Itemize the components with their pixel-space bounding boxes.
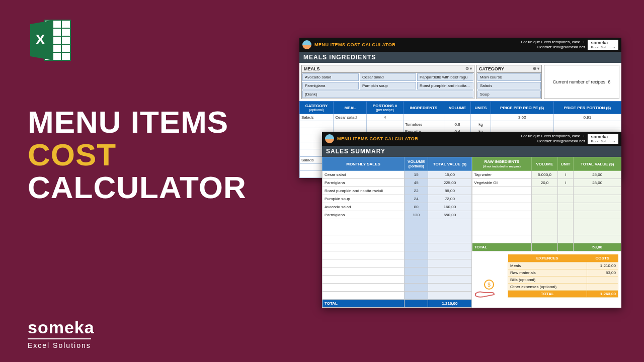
col-header: PRICE PER PORTION ($): [553, 102, 621, 114]
table-row: Meals1.210,00: [508, 262, 618, 269]
templates-link[interactable]: For unique Excel templates, click →: [521, 40, 585, 45]
headline: MENU ITEMS COST CALCULATOR: [28, 106, 247, 204]
col-header: UNITS: [471, 102, 491, 114]
headline-line2: COST: [28, 138, 247, 171]
table-row: Other expenses (optional): [508, 284, 618, 291]
table-row: [323, 235, 472, 243]
table-row: Cesar salad1515,00: [323, 171, 472, 179]
table-row: [472, 227, 621, 235]
headline-line3: CALCULATOR: [28, 171, 247, 204]
table-row: [323, 243, 472, 251]
meal-chip[interactable]: Avocado salad: [302, 73, 359, 81]
table-row: [472, 211, 621, 219]
table-row: Tomatoes0,8kg: [300, 121, 621, 128]
table-row: [323, 292, 472, 300]
table-row: Roast pumpkin and ricotta ravioli2288,00: [323, 187, 472, 195]
svg-text:X: X: [36, 32, 45, 47]
table-row: [323, 276, 472, 284]
expenses-panel: EXPENCESCOSTS Meals1.210,00Raw materials…: [508, 254, 618, 298]
category-filter[interactable]: CATEGORY⚙ ▾ Main courseSaladsSoup: [476, 65, 542, 99]
col-header: VOLUME: [532, 157, 558, 171]
col-header: RAW INGEDIENTS(if not included in recipe…: [472, 157, 532, 171]
table-row: [472, 235, 621, 243]
brand-sub: Excel Solutions: [28, 338, 91, 349]
app-icon: [302, 40, 311, 49]
templates-link[interactable]: For unique Excel templates, click →: [521, 134, 585, 139]
col-header: VOLUME: [444, 102, 470, 114]
window-sales-summary: MENU ITEMS COST CALCULATOR For unique Ex…: [322, 132, 621, 308]
total-row: TOTAL1.210,00: [323, 300, 472, 308]
recipe-count: Current number of recipes: 6: [544, 65, 619, 99]
table-row: Raw materials53,00: [508, 269, 618, 277]
table-row: Vegetable Oil20,0l28,00: [472, 179, 621, 187]
filter-icon[interactable]: ⚙ ▾: [533, 66, 539, 71]
table-row: Tap water5.000,0l25,00: [472, 171, 621, 179]
section-title: SALES SUMMARY: [322, 146, 621, 157]
bar-title: MENU ITEMS COST CALCULATOR: [314, 42, 395, 47]
brand-name: someka: [28, 318, 95, 337]
contact-text: Contact: info@someka.net: [521, 139, 585, 144]
title-bar: MENU ITEMS COST CALCULATOR For unique Ex…: [299, 38, 621, 52]
excel-icon: X: [25, 15, 75, 67]
filter-icon[interactable]: ⚙ ▾: [465, 66, 472, 71]
table-row: [472, 187, 621, 195]
col-header: MEAL: [334, 102, 367, 114]
table-row: Bills (optional): [508, 277, 618, 284]
category-chip[interactable]: Main course: [477, 73, 541, 81]
col-header: PORTIONS #(per recipe): [367, 102, 404, 114]
col-header: COSTS: [587, 254, 618, 262]
monthly-sales-table: MONTHLY SALESVOLUME(portions)TOTAL VALUE…: [322, 157, 472, 308]
section-title: MEALS INGREDIENTS: [299, 52, 621, 63]
col-header: EXPENCES: [508, 254, 587, 262]
col-header: MONTHLY SALES: [323, 157, 405, 171]
meal-chip[interactable]: Pumpkin soup: [360, 82, 416, 89]
table-row: [472, 203, 621, 211]
table-row: [323, 227, 472, 235]
table-row: Parmigiana130650,00: [323, 211, 472, 219]
table-row: [472, 219, 621, 227]
category-label: CATEGORY: [479, 66, 504, 71]
contact-text: Contact: info@someka.net: [521, 45, 585, 50]
col-header: TOTAL VALUE ($): [574, 157, 621, 171]
bar-right: For unique Excel templates, click → Cont…: [521, 134, 585, 143]
table-row: [323, 251, 472, 259]
total-row: TOTAL53,00: [472, 243, 621, 251]
total-row: TOTAL1.263,00: [508, 291, 618, 298]
table-row: [323, 259, 472, 267]
meal-chip[interactable]: Parmigiana: [302, 82, 359, 89]
raw-ingredients-table: RAW INGEDIENTS(if not included in recipe…: [472, 157, 622, 251]
table-row: [323, 267, 472, 276]
headline-line1: MENU ITEMS: [28, 106, 247, 138]
col-header: VOLUME(portions): [405, 157, 428, 171]
table-row: Parmigiana45225,00: [323, 179, 472, 187]
filter-row: MEALS⚙ ▾ Avocado saladCesar saladPappard…: [299, 63, 621, 101]
bar-right: For unique Excel templates, click → Cont…: [521, 40, 585, 49]
expenses-table: EXPENCESCOSTS Meals1.210,00Raw materials…: [508, 254, 618, 298]
col-header: PRICE PER RECIPE ($): [491, 102, 553, 114]
app-icon: [325, 134, 334, 143]
meal-chip[interactable]: (blank): [302, 90, 473, 98]
monthly-sales-panel: MONTHLY SALESVOLUME(portions)TOTAL VALUE…: [322, 157, 472, 308]
table-row: SaladsCesar salad43,620,91: [300, 114, 621, 121]
meal-chip[interactable]: Cesar salad: [360, 73, 416, 81]
table-row: [323, 219, 472, 227]
category-chip[interactable]: Soup: [477, 90, 541, 98]
col-header: UNIT: [558, 157, 574, 171]
col-header: TOTAL VALUE ($): [428, 157, 471, 171]
title-bar: MENU ITEMS COST CALCULATOR For unique Ex…: [322, 132, 621, 146]
someka-badge: somekaExcel Solutions: [588, 134, 618, 144]
col-header: CATEGORY(optional): [300, 102, 334, 114]
someka-badge: somekaExcel Solutions: [588, 40, 618, 50]
table-row: [472, 195, 621, 203]
meals-label: MEALS: [304, 66, 320, 71]
table-row: [323, 284, 472, 292]
someka-logo-bottom: someka Excel Solutions: [28, 318, 95, 350]
meals-filter[interactable]: MEALS⚙ ▾ Avocado saladCesar saladPappard…: [301, 65, 474, 99]
category-chip[interactable]: Salads: [477, 82, 541, 89]
meal-chip[interactable]: Roast pumpkin and ricotta...: [417, 82, 473, 89]
table-row: Pumpkin soup2472,00: [323, 195, 472, 203]
money-hand-icon: $: [473, 279, 498, 301]
meal-chip[interactable]: Pappardelle with beef ragu: [417, 73, 473, 81]
col-header: INGREDIENTS: [403, 102, 444, 114]
bar-title: MENU ITEMS COST CALCULATOR: [337, 136, 418, 141]
